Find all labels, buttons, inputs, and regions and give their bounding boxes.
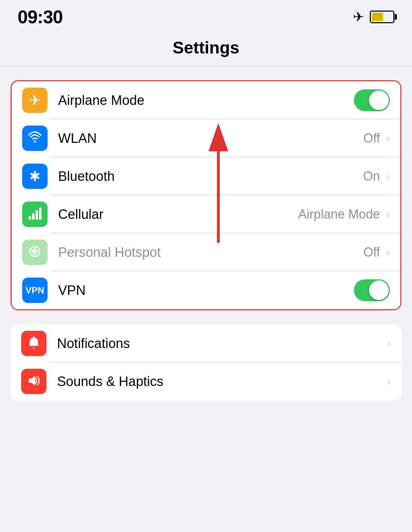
bluetooth-row[interactable]: ✱ Bluetooth On › [12,157,400,195]
airplane-mode-row[interactable]: ✈ Airplane Mode [12,81,400,119]
sounds-haptics-label: Sounds & Haptics [57,374,385,389]
vpn-label: VPN [58,283,354,298]
notifications-label: Notifications [57,336,385,351]
notifications-section: Notifications › Sounds & Haptics › [11,324,401,400]
notifications-chevron: › [387,337,391,349]
sounds-haptics-row[interactable]: Sounds & Haptics › [11,362,401,400]
svg-rect-0 [29,216,31,220]
cellular-icon-container [22,202,48,227]
sounds-icon-container [21,369,46,394]
svg-rect-1 [32,213,35,220]
airplane-mode-status-icon: ✈ [353,9,364,25]
wlan-icon-container [22,126,48,151]
cellular-row[interactable]: Cellular Airplane Mode › [12,195,400,233]
wlan-value: Off [363,131,380,146]
vpn-toggle-knob [369,280,389,300]
battery-fill [372,13,383,21]
wlan-label: WLAN [58,131,363,146]
battery-container [370,11,394,23]
hotspot-chevron: › [386,246,390,258]
bluetooth-label: Bluetooth [58,169,363,184]
cellular-value: Airplane Mode [298,207,380,222]
bell-icon [26,335,42,352]
vpn-icon-container: VPN [22,278,48,303]
bluetooth-icon-container: ✱ [22,164,48,189]
airplane-mode-toggle-knob [369,90,389,110]
svg-rect-3 [39,208,42,220]
notifications-row[interactable]: Notifications › [11,324,401,362]
page-title: Settings [0,38,412,57]
battery-icon [370,11,394,23]
sounds-haptics-chevron: › [387,375,391,387]
page-title-container: Settings [0,31,412,66]
status-time: 09:30 [18,6,63,27]
wlan-chevron: › [386,132,390,144]
bluetooth-chevron: › [386,170,390,182]
status-icons: ✈ [353,9,394,25]
cellular-icon [27,206,42,222]
vpn-toggle[interactable] [354,279,390,301]
vpn-icon: VPN [25,285,44,296]
hotspot-row[interactable]: Personal Hotspot Off › [12,233,400,271]
airplane-mode-toggle[interactable] [354,89,390,111]
hotspot-icon [27,244,43,261]
bluetooth-icon: ✱ [29,169,40,184]
bluetooth-value: On [363,169,380,184]
status-bar: 09:30 ✈ [0,0,412,31]
airplane-mode-icon-container: ✈ [22,88,48,113]
wifi-icon [27,129,42,147]
speaker-icon [26,373,42,390]
hotspot-label: Personal Hotspot [58,245,363,260]
cellular-label: Cellular [58,207,298,222]
vpn-row[interactable]: VPN VPN [12,271,400,309]
notifications-icon-container [21,331,46,356]
hotspot-icon-container [22,240,48,265]
svg-rect-2 [36,210,38,220]
connectivity-section: ✈ Airplane Mode WLAN Off › ✱ Bluetoo [11,80,401,310]
wlan-row[interactable]: WLAN Off › [12,119,400,157]
hotspot-value: Off [363,245,380,260]
cellular-chevron: › [386,208,390,220]
airplane-icon: ✈ [29,92,41,108]
airplane-mode-label: Airplane Mode [58,93,354,108]
